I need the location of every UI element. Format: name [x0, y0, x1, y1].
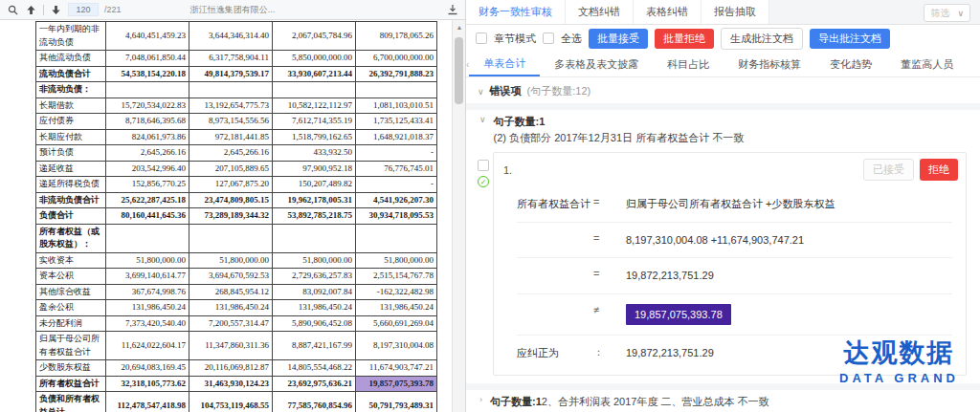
- select-all-label: 全选: [561, 32, 582, 46]
- equals-operator: =: [593, 268, 626, 279]
- sub-tab[interactable]: 变动披露: [968, 52, 980, 76]
- cell-value: 2,729,636,257.83: [273, 269, 356, 285]
- page-up-icon[interactable]: [25, 4, 37, 16]
- highlighted-cell[interactable]: 19,857,075,393.78: [356, 376, 437, 392]
- cell-value: [189, 82, 273, 98]
- sub-tabs: 单表合计多表格及表文披露科目占比财务指标核算变化趋势董监高人员变动披露: [469, 52, 980, 76]
- cell-value: 1,518,799,162.65: [273, 129, 356, 145]
- page-down-icon[interactable]: [50, 4, 62, 16]
- cell-value: 6,317,758,904.11: [189, 51, 273, 67]
- cell-value: 5,660,691,269.04: [356, 315, 437, 332]
- cell-value: -: [356, 145, 437, 162]
- top-tab[interactable]: 文档纠错: [566, 0, 634, 24]
- row-label: 未分配利润: [36, 315, 106, 332]
- batch-reject-button[interactable]: 批量拒绝: [655, 29, 714, 49]
- cell-value: 10,582,122,112.97: [273, 98, 356, 114]
- table-row: 预计负债2,645,266.162,645,266.16433,932.50-: [36, 145, 437, 162]
- row-label: 长期借款: [36, 98, 106, 114]
- table-row: 未分配利润7,373,420,540.407,200,557,314.475,8…: [36, 315, 437, 332]
- cell-value: 131,986,450.24: [106, 300, 189, 316]
- download-icon[interactable]: [446, 4, 458, 16]
- cell-value: [106, 224, 189, 252]
- cell-value: 11,624,022,604.17: [106, 332, 189, 360]
- filter-placeholder: 筛选: [930, 7, 949, 20]
- section-separator: [466, 383, 980, 390]
- cell-value: 824,061,973.86: [106, 129, 189, 145]
- error-group-collapsed[interactable]: ›句子数量:12、合并利润表 2017年度 二、营业总成本 不一致: [466, 390, 980, 412]
- table-row: 少数股东权益20,694,083,169.4520,116,069,812.87…: [36, 360, 437, 377]
- top-tab[interactable]: 财务一致性审核: [466, 0, 566, 24]
- chapter-mode-checkbox[interactable]: [476, 33, 487, 44]
- cell-value: [273, 82, 356, 98]
- search-icon[interactable]: [7, 4, 19, 16]
- error-section-header[interactable]: ∨ 错误项 (句子数量:12): [466, 77, 980, 103]
- cell-value: 14,805,554,468.22: [273, 360, 356, 377]
- row-label: 预计负债: [36, 145, 106, 162]
- sub-tab[interactable]: 财务指标核算: [724, 52, 815, 76]
- cell-value: 7,200,557,314.47: [189, 315, 273, 332]
- cell-value: [356, 82, 437, 98]
- page-number-input[interactable]: [68, 3, 99, 16]
- cell-value: 26,392,791,888.23: [356, 66, 437, 82]
- cell-value: 3,694,670,592.53: [189, 269, 273, 285]
- top-tab[interactable]: 报告抽取: [702, 0, 769, 24]
- cell-value: 51,800,000.00: [273, 252, 356, 269]
- table-row: 递延所得税负债152,856,770.25127,067,875.20150,2…: [36, 177, 437, 193]
- document-page: 一年内到期的非流动负债4,640,451,459.233,644,346,314…: [0, 20, 452, 412]
- cell-value: 112,478,547,418.98: [106, 392, 189, 412]
- sub-tab[interactable]: 多表格及表文披露: [540, 52, 653, 76]
- cell-value: 30,934,718,095.53: [356, 208, 437, 225]
- row-label: 负债和所有者权益总计: [36, 392, 106, 412]
- cell-value: 809,178,065.26: [356, 22, 437, 51]
- cell-value: 2,645,266.16: [106, 145, 189, 162]
- cell-value: 11,347,860,311.36: [189, 332, 273, 360]
- row-label: 非流动负债合计: [36, 192, 106, 208]
- select-all-checkbox[interactable]: [543, 33, 554, 44]
- filter-select[interactable]: 筛选 ∨: [924, 4, 970, 22]
- export-annotated-doc-button[interactable]: 导出批注文档: [810, 29, 890, 49]
- cell-value: 2,067,045,784.96: [273, 22, 356, 51]
- chapter-mode-label: 章节模式: [494, 32, 536, 46]
- reject-button[interactable]: 拒绝: [920, 159, 958, 181]
- table-row: 负债合计80,160,441,645.3673,289,189,344.3253…: [36, 208, 437, 225]
- table-row: 应付债券8,718,646,395.688,973,154,556.567,61…: [36, 114, 437, 130]
- cell-value: 268,845,954.12: [189, 284, 273, 300]
- viewer-toolbar: /221 浙江恒逸集团有限公...: [0, 0, 465, 20]
- sub-tab[interactable]: 单表合计: [469, 52, 540, 76]
- generate-annotated-doc-button[interactable]: 生成批注文档: [721, 28, 803, 50]
- cell-value: 127,067,875.20: [189, 177, 273, 193]
- not-equal-operator: ≠: [593, 304, 626, 315]
- cell-value: 13,192,654,775.73: [189, 98, 273, 114]
- equals-operator: =: [593, 196, 626, 207]
- viewer-scrollbar[interactable]: ▲: [452, 20, 465, 412]
- batch-accept-button[interactable]: 批量接受: [589, 29, 648, 49]
- row-label: 递延所得税负债: [36, 177, 106, 193]
- cell-value: 5,850,000,000.00: [273, 51, 356, 67]
- cell-value: 54,538,154,220.18: [106, 66, 189, 82]
- row-label: 所有者权益（或股东权益）：: [36, 224, 106, 252]
- top-tab[interactable]: 表格纠错: [634, 0, 702, 24]
- sub-tab[interactable]: 科目占比: [653, 52, 724, 76]
- sub-tab[interactable]: 变化趋势: [815, 52, 886, 76]
- cell-value: -: [356, 177, 437, 193]
- scrollbar-thumb[interactable]: [455, 37, 463, 104]
- cell-value: 11,674,903,747.21: [356, 360, 437, 377]
- formula-numbers: 8,197,310,004.08 +11,674,903,747.21: [626, 232, 952, 249]
- card-header: 1. 已接受 拒绝: [494, 153, 966, 184]
- cell-value: 80,160,441,645.36: [106, 208, 189, 225]
- cell-value: [106, 82, 189, 98]
- scroll-up-arrow-icon[interactable]: ▲: [453, 20, 466, 33]
- cell-value: 77,585,760,854.96: [273, 392, 356, 412]
- table-row: 负债和所有者权益总计112,478,547,418.98104,753,119,…: [36, 392, 437, 412]
- cell-value: 19,962,178,005.31: [273, 192, 356, 208]
- cell-value: [273, 224, 356, 252]
- item-checkbox[interactable]: [478, 160, 489, 171]
- review-panel: 财务一致性审核文档纠错表格纠错报告抽取 筛选 ∨ 章节模式 全选 批量接受 批量…: [466, 0, 980, 412]
- document-viewer-panel: /221 浙江恒逸集团有限公... 一年内到期的非流动负债4,640,451,4…: [0, 0, 466, 412]
- table-row: 归属于母公司所有者权益合计11,624,022,604.1711,347,860…: [36, 332, 437, 360]
- row-label: 负债合计: [36, 208, 106, 225]
- error-group-expanded[interactable]: ∨ 句子数量:1 (2) 负债部分 2017年12月31日 所有者权益合计 不一…: [466, 110, 980, 152]
- accepted-button[interactable]: 已接受: [863, 159, 914, 181]
- cell-value: 131,986,450.24: [356, 300, 437, 316]
- sub-tab[interactable]: 董监高人员: [886, 52, 968, 76]
